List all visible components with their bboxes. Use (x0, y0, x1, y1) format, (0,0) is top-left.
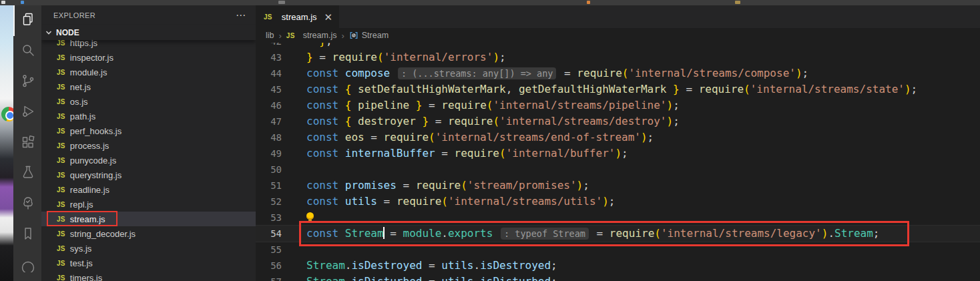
file-item-process.js[interactable]: JSprocess.js (41, 138, 256, 153)
js-file-icon: JS (57, 142, 65, 150)
activity-item-search[interactable] (13, 36, 41, 67)
line-content: }, (282, 43, 332, 49)
code-line-49[interactable]: 49const internalBuffer = require('intern… (256, 146, 980, 162)
token: . (441, 227, 448, 240)
token: 'internal/buffer' (506, 147, 616, 160)
file-item-os.js[interactable]: JSos.js (41, 94, 256, 109)
token: exports (448, 227, 493, 240)
token: ( (487, 99, 493, 111)
file-item-path.js[interactable]: JSpath.js (41, 109, 256, 123)
token: require (441, 99, 486, 111)
file-item-string_decoder.js[interactable]: JSstring_decoder.js (41, 226, 256, 241)
line-number: 52 (256, 194, 282, 210)
code-line-50[interactable]: 50 (256, 162, 980, 178)
token: ; (911, 83, 918, 95)
background-speck (735, 1, 740, 4)
lightbulb-code-action-icon[interactable] (306, 212, 314, 220)
token: ; (551, 259, 557, 272)
line-number: 47 (256, 113, 282, 129)
breadcrumb-separator: › (341, 31, 344, 41)
file-name: string_decoder.js (70, 229, 136, 239)
activity-item-explorer[interactable] (13, 5, 41, 36)
token: 'internal/streams/utils' (448, 195, 602, 208)
code-line-52[interactable]: 52const utils = require('internal/stream… (256, 194, 980, 210)
file-item-module.js[interactable]: JSmodule.js (41, 65, 256, 79)
chrome-logo (1, 107, 13, 121)
file-item-sys.js[interactable]: JSsys.js (41, 241, 256, 256)
code-line-47[interactable]: 47const { destroyer } = require('interna… (256, 113, 980, 129)
code-line-44[interactable]: 44const compose : (...streams: any[]) =>… (256, 65, 980, 81)
line-number: 46 (256, 97, 282, 113)
extensions-icon (20, 134, 36, 153)
code-line-54[interactable]: 54const Stream = module.exports : typeof… (256, 225, 980, 242)
token: require (416, 179, 461, 192)
file-item-timers.js[interactable]: JStimers.js (41, 270, 256, 281)
token: 'internal/streams/pipeline' (493, 99, 666, 111)
code-line-42[interactable]: 42 }, (256, 43, 980, 49)
js-file-icon: JS (57, 172, 65, 179)
activity-item-account[interactable] (13, 250, 41, 281)
token: ; (873, 227, 880, 240)
code-editor[interactable]: 42 },43} = require('internal/errors');44… (256, 43, 980, 281)
explorer-more-actions-icon[interactable]: ⋯ (236, 9, 246, 21)
file-item-perf_hooks.js[interactable]: JSperf_hooks.js (41, 123, 256, 138)
line-content: const utils = require('internal/streams/… (282, 194, 615, 210)
line-number: 49 (256, 146, 282, 162)
file-item-punycode.js[interactable]: JSpunycode.js (41, 153, 256, 168)
token: ( (441, 195, 448, 208)
file-item-inspector.js[interactable]: JSinspector.js (41, 50, 256, 65)
token: isDisturbed (351, 275, 422, 281)
code-line-57[interactable]: 57Stream.isDisturbed = utils.isDisturbed… (256, 274, 980, 281)
token: require (384, 131, 429, 144)
breadcrumb-symbol-stream[interactable]: Stream (349, 31, 389, 40)
line-number: 55 (256, 242, 282, 258)
token: const (306, 115, 345, 127)
close-icon[interactable]: ✕ (324, 12, 333, 22)
tab-stream-js[interactable]: JS stream.js ✕ (256, 5, 339, 28)
file-item-stream.js[interactable]: JSstream.js (41, 212, 256, 226)
file-name: sys.js (70, 244, 92, 254)
folder-header-node[interactable]: NODE (41, 25, 256, 40)
activity-item-todo-tree[interactable] (13, 189, 41, 220)
token: } (319, 43, 326, 47)
activity-item-run-debug[interactable] (13, 97, 41, 128)
code-line-51[interactable]: 51const promises = require('stream/promi… (256, 178, 980, 194)
token: ; (499, 51, 506, 63)
js-file-icon: JS (57, 69, 65, 76)
code-line-53[interactable]: 53 (256, 210, 980, 226)
files-icon (20, 11, 36, 30)
token: ) (641, 131, 648, 144)
code-line-43[interactable]: 43} = require('internal/errors'); (256, 49, 980, 65)
token: = (384, 227, 403, 240)
line-number: 57 (256, 274, 282, 281)
code-line-55[interactable]: 55 (256, 242, 980, 258)
breadcrumb-file[interactable]: JS stream.js (286, 31, 337, 40)
activity-item-bookmarks[interactable] (13, 220, 41, 250)
token: require (609, 227, 654, 240)
token: = (422, 259, 441, 272)
js-file-icon: JS (264, 13, 272, 21)
code-line-46[interactable]: 46const { pipeline } = require('internal… (256, 97, 980, 113)
code-line-56[interactable]: 56Stream.isDestroyed = utils.isDestroyed… (256, 258, 980, 274)
line-content (282, 242, 306, 258)
file-item-querystring.js[interactable]: JSquerystring.js (41, 168, 256, 182)
file-item-readline.js[interactable]: JSreadline.js (41, 182, 256, 197)
token: = (422, 275, 441, 281)
file-item-repl.js[interactable]: JSrepl.js (41, 197, 256, 212)
file-item-net.js[interactable]: JSnet.js (41, 79, 256, 94)
activity-item-testing[interactable] (13, 158, 41, 189)
activity-item-source-control[interactable] (13, 67, 41, 97)
activity-item-extensions[interactable] (13, 128, 41, 159)
token: ) (667, 115, 674, 127)
token: ( (622, 67, 629, 79)
breadcrumb-lib[interactable]: lib (266, 31, 274, 40)
file-name: inspector.js (70, 53, 113, 63)
code-line-45[interactable]: 45const { setDefaultHighWaterMark, getDe… (256, 81, 980, 97)
js-file-icon: JS (57, 83, 65, 91)
background-speck (587, 1, 590, 4)
token: internalBuffer (345, 147, 435, 160)
token (390, 67, 397, 79)
file-item-test.js[interactable]: JStest.js (41, 256, 256, 270)
code-line-48[interactable]: 48const eos = require('internal/streams/… (256, 129, 980, 146)
token: require (577, 67, 622, 79)
